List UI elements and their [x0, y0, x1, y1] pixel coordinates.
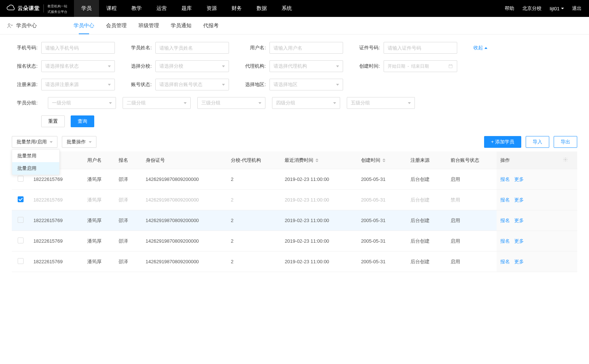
phone-input[interactable]	[41, 42, 115, 54]
acct-status-label: 账号状态:	[126, 81, 152, 88]
chevron-down-icon	[89, 141, 92, 143]
logo-sub: 教育机构一站式服务云平台	[47, 3, 67, 14]
signup-link[interactable]: 报名	[500, 218, 510, 223]
cell-idno: 14262919870809200000	[142, 169, 228, 190]
more-link[interactable]: 更多	[514, 218, 524, 223]
acct-status-select[interactable]: 请选择前台账号状态	[155, 79, 229, 90]
batch-ops-dropdown[interactable]: 批量操作	[62, 136, 96, 148]
group-level-2-select[interactable]: 二级分组	[123, 97, 191, 109]
cell-reg-source: 后台创建	[407, 251, 447, 272]
table-header-row: 用户名 报名 身份证号 分校-代理机构 最近消费时间 创建时间 注册来源 前台账…	[12, 151, 577, 169]
enroll-status-label: 报名状态:	[12, 63, 38, 69]
name-input[interactable]	[155, 42, 229, 54]
branch-link[interactable]: 北京分校	[522, 5, 542, 12]
col-report[interactable]: 报名	[115, 151, 142, 169]
cell-username: 潘筠厚	[84, 190, 115, 210]
top-menu-题库[interactable]: 题库	[174, 0, 199, 17]
user-menu[interactable]: lijt01	[550, 6, 564, 11]
cell-create-time: 2005-05-31	[357, 231, 407, 251]
batch-disable-item[interactable]: 批量禁用	[12, 150, 59, 162]
more-link[interactable]: 更多	[514, 259, 524, 264]
cell-create-time: 2005-05-31	[357, 190, 407, 210]
row-checkbox[interactable]	[18, 238, 24, 243]
top-menu-学员[interactable]: 学员	[74, 0, 99, 17]
col-reg-source[interactable]: 注册来源	[407, 151, 447, 169]
branch-select[interactable]: 请选择分校	[155, 60, 229, 72]
signup-link[interactable]: 报名	[500, 259, 510, 264]
more-link[interactable]: 更多	[514, 176, 524, 182]
reg-source-select[interactable]: 请选择注册来源	[41, 79, 115, 90]
export-button[interactable]: 导出	[554, 136, 577, 148]
cell-acct-status: 启用	[447, 210, 496, 231]
top-menu-财务[interactable]: 财务	[224, 0, 249, 17]
logo-brand: 云朵课堂	[18, 5, 40, 12]
collapse-toggle[interactable]: 收起	[473, 44, 487, 51]
col-username[interactable]: 用户名	[84, 151, 115, 169]
username-input[interactable]	[269, 42, 343, 54]
group-level-4-select[interactable]: 四级分组	[272, 97, 340, 109]
idcard-label: 证件号码:	[354, 44, 380, 51]
table-row[interactable]: 18222615769潘筠厚邵泽142629198708092000002201…	[12, 210, 577, 231]
table-row[interactable]: 18222615769潘筠厚邵泽142629198708092000002201…	[12, 169, 577, 190]
more-link[interactable]: 更多	[514, 197, 524, 203]
top-menu-系统[interactable]: 系统	[274, 0, 299, 17]
row-checkbox[interactable]	[18, 258, 24, 264]
cell-reg-source: 后台创建	[407, 210, 447, 231]
table-row[interactable]: 18222615769潘筠厚邵泽142629198708092000002201…	[12, 231, 577, 251]
region-select[interactable]: 请选择地区	[269, 79, 343, 90]
chevron-down-icon	[222, 84, 225, 86]
top-menu-教学[interactable]: 教学	[124, 0, 149, 17]
row-checkbox[interactable]	[18, 176, 24, 182]
add-student-button[interactable]: + 添加学员	[484, 136, 521, 148]
help-link[interactable]: 帮助	[505, 5, 514, 12]
sub-menu-会员管理[interactable]: 会员管理	[106, 17, 127, 34]
cell-branch: 2	[227, 231, 281, 251]
batch-toggle-dropdown[interactable]: 批量禁用/启用	[12, 136, 57, 148]
idcard-input[interactable]	[384, 42, 457, 54]
logout-link[interactable]: 退出	[572, 5, 582, 12]
create-date-range[interactable]: 开始日期-结束日期	[384, 60, 457, 72]
top-menu-数据[interactable]: 数据	[249, 0, 274, 17]
branch-label: 选择分校:	[126, 63, 152, 69]
top-menu-运营[interactable]: 运营	[149, 0, 174, 17]
cell-create-time: 2005-05-31	[357, 169, 407, 190]
row-checkbox[interactable]	[18, 196, 24, 202]
cell-last-consume: 2019-02-23 11:00:00	[281, 231, 357, 251]
col-create-time[interactable]: 创建时间	[357, 151, 407, 169]
group-level-1-select[interactable]: 一级分组	[48, 97, 116, 109]
top-menu-课程[interactable]: 课程	[99, 0, 124, 17]
cell-last-consume: 2019-02-23 11:00:00	[281, 169, 357, 190]
search-button[interactable]: 查询	[71, 115, 94, 127]
batch-enable-item[interactable]: 批量启用	[12, 162, 59, 175]
cell-username: 潘筠厚	[84, 251, 115, 272]
reset-button[interactable]: 重置	[41, 115, 65, 127]
sub-menu-班级管理[interactable]: 班级管理	[138, 17, 159, 34]
col-idno[interactable]: 身份证号	[142, 151, 228, 169]
logo[interactable]: 云朵课堂 教育机构一站式服务云平台	[0, 0, 74, 17]
more-link[interactable]: 更多	[514, 238, 524, 244]
cell-report: 邵泽	[115, 231, 142, 251]
signup-link[interactable]: 报名	[500, 238, 510, 244]
sub-menu-代报考[interactable]: 代报考	[203, 17, 219, 34]
enroll-status-select[interactable]: 请选择报名状态	[41, 60, 115, 72]
row-checkbox[interactable]	[18, 217, 24, 223]
col-last-consume[interactable]: 最近消费时间	[281, 151, 357, 169]
table-row[interactable]: 18222615769潘筠厚邵泽142629198708092000002201…	[12, 251, 577, 272]
signup-link[interactable]: 报名	[500, 176, 510, 182]
top-menu-资源[interactable]: 资源	[199, 0, 224, 17]
agency-select[interactable]: 请选择代理机构	[269, 60, 343, 72]
cell-acct-status: 启用	[447, 169, 496, 190]
group-level-3-select[interactable]: 三级分组	[197, 97, 265, 109]
col-acct-status[interactable]: 前台账号状态	[447, 151, 496, 169]
import-button[interactable]: 导入	[526, 136, 549, 148]
cell-create-time: 2005-05-31	[357, 251, 407, 272]
gear-icon[interactable]	[563, 157, 568, 162]
table-row[interactable]: 18222615769潘筠厚邵泽142629198708092000002201…	[12, 190, 577, 210]
sub-menu: 学员中心会员管理班级管理学员通知代报考	[74, 17, 219, 34]
group-level-5-select[interactable]: 五级分组	[347, 97, 415, 109]
cell-phone: 18222615769	[30, 190, 84, 210]
sub-menu-学员中心[interactable]: 学员中心	[74, 17, 94, 34]
col-branch[interactable]: 分校-代理机构	[227, 151, 281, 169]
signup-link[interactable]: 报名	[500, 197, 510, 203]
sub-menu-学员通知[interactable]: 学员通知	[171, 17, 191, 34]
